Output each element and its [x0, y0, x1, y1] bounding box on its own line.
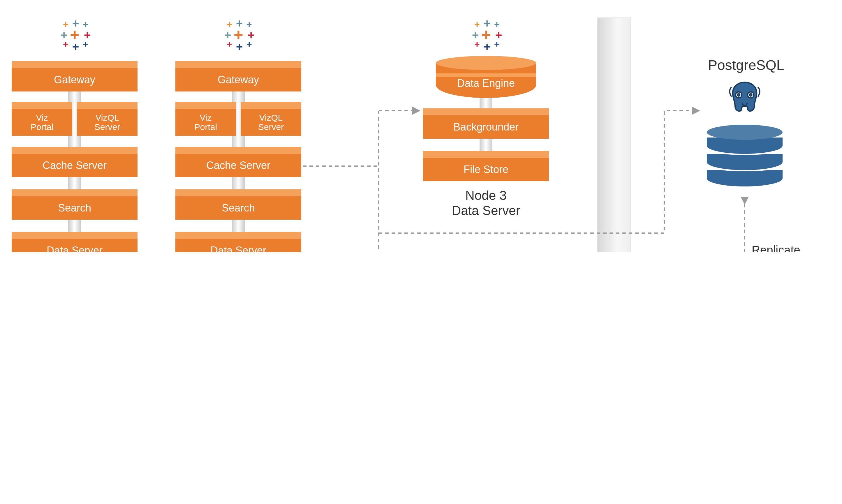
node3-caption: Node 3 Data Server	[411, 188, 560, 218]
label: Cache Server	[206, 159, 270, 172]
node1-search: Search	[12, 190, 138, 220]
node1-viz-portal: Viz Portal	[12, 102, 72, 136]
label: Cache Server	[42, 159, 107, 172]
replicate-label: Replicate	[752, 244, 822, 252]
caption-line1: Node 3	[411, 188, 560, 203]
label: Viz Portal	[194, 113, 217, 132]
label: Search	[58, 202, 91, 214]
label: Search	[222, 202, 255, 214]
node1-gateway: Gateway	[12, 61, 138, 91]
node2-cache-server: Cache Server	[175, 147, 301, 177]
label: Data Server	[210, 245, 266, 252]
svg-point-0	[737, 94, 740, 96]
postgresql-primary-db-icon	[707, 125, 783, 195]
firewall	[597, 17, 631, 252]
label: Viz Portal	[31, 113, 53, 132]
svg-point-1	[750, 94, 752, 96]
label: VizQL Server	[258, 113, 284, 132]
tableau-logo-icon: + + + + + + + + +	[470, 17, 502, 50]
node3-file-store: File Store	[423, 151, 549, 181]
node1-data-server: Data Server	[12, 232, 138, 252]
label: Gateway	[54, 74, 95, 86]
label: Gateway	[218, 74, 259, 86]
tableau-logo-icon: + + + + + + + + +	[470, 251, 502, 252]
label: Data Engine	[436, 77, 536, 90]
label: VizQL Server	[94, 113, 120, 132]
node2-data-server: Data Server	[175, 232, 301, 252]
node3-backgrounder: Backgrounder	[423, 108, 549, 139]
node2-viz-portal: Viz Portal	[175, 102, 236, 136]
label: Backgrounder	[453, 121, 519, 133]
node1-cache-server: Cache Server	[12, 147, 138, 177]
node2-gateway: Gateway	[175, 61, 301, 91]
postgresql-primary-title: PostgreSQL	[708, 57, 784, 73]
tableau-logo-icon: + + + + + + + + +	[58, 17, 91, 50]
node3-data-engine: Data Engine	[436, 56, 536, 98]
node2-search: Search	[175, 190, 301, 220]
node2-vizql-server: VizQL Server	[241, 102, 301, 136]
postgresql-icon	[725, 79, 764, 117]
node1-vizql-server: VizQL Server	[77, 102, 138, 136]
label: File Store	[464, 163, 508, 176]
caption-line2: Data Server	[411, 203, 560, 218]
tableau-logo-icon: + + + + + + + + +	[222, 17, 255, 50]
label: Data Server	[47, 245, 103, 252]
